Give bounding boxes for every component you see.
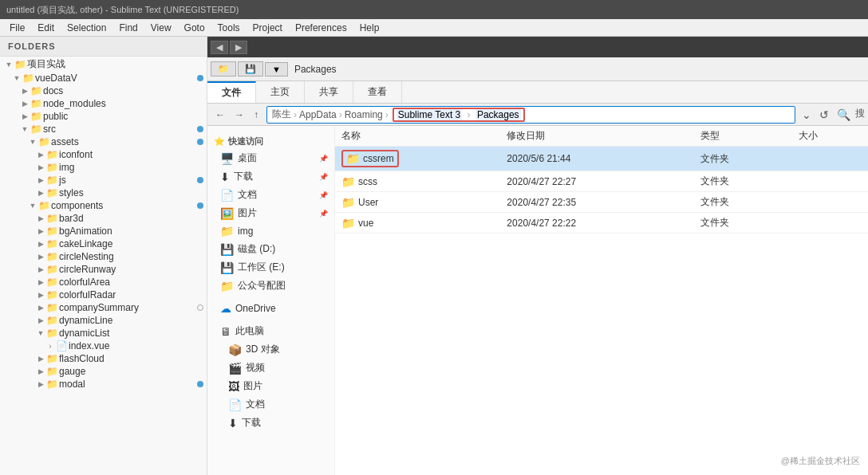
label-public: public [43, 111, 68, 122]
col-size[interactable]: 大小 [792, 126, 868, 147]
crumb-packages[interactable]: Packages [475, 109, 521, 120]
addr-back-btn[interactable]: ← [211, 107, 230, 123]
sidebar-item-src[interactable]: ▼ 📁 src [0, 123, 207, 135]
toolbar-save-btn[interactable]: 💾 [238, 61, 263, 77]
folder-icon-iconfont: 📁 [46, 149, 59, 160]
file-row-vue[interactable]: 📁 vue 2020/4/27 22:22 文件夹 [335, 213, 868, 234]
sidebar-item-dynamicList[interactable]: ▼ 📁 dynamicList [0, 327, 207, 340]
nav-img-folder[interactable]: 📁 img [207, 222, 334, 240]
sidebar-item-vuedatav[interactable]: ▼ 📁 vueDataV [0, 72, 207, 84]
arrow-public: ▶ [19, 112, 30, 120]
sidebar-item-cakeLinkage[interactable]: ▶ 📁 cakeLinkage [0, 238, 207, 250]
sidebar-item-iconfont[interactable]: ▶ 📁 iconfont [0, 148, 207, 161]
file-name-user: User [358, 197, 378, 208]
file-cell-cssrem-type: 文件夹 [694, 147, 792, 171]
dot-assets [197, 139, 203, 145]
ribbon-tab-share[interactable]: 共享 [305, 81, 353, 103]
addr-up-btn[interactable]: ↑ [249, 107, 263, 123]
sidebar-item-public[interactable]: ▶ 📁 public [0, 110, 207, 123]
sidebar-item-circleNesting[interactable]: ▶ 📁 circleNesting [0, 250, 207, 263]
nav-gzh[interactable]: 📁 公众号配图 [207, 277, 334, 295]
addr-forward-btn[interactable]: → [230, 107, 249, 123]
menu-help[interactable]: Help [353, 21, 386, 35]
nav-pictures[interactable]: 🖼️ 图片 📌 [207, 204, 334, 222]
menu-view[interactable]: View [144, 21, 178, 35]
sidebar-item-docs[interactable]: ▶ 📁 docs [0, 84, 207, 97]
menu-file[interactable]: File [3, 21, 31, 35]
sidebar-item-companySummary[interactable]: ▶ 📁 companySummary [0, 301, 207, 314]
sidebar-item-nodemodules[interactable]: ▶ 📁 node_modules [0, 97, 207, 110]
nav-3dobjects-label: 3D 对象 [246, 343, 280, 356]
nav-desktop[interactable]: 🖥️ 桌面 📌 [207, 149, 334, 167]
nav-thispc[interactable]: 🖥 此电脑 [207, 322, 334, 340]
menu-goto[interactable]: Goto [178, 21, 211, 35]
col-name[interactable]: 名称 [335, 126, 500, 147]
file-row-user[interactable]: 📁 User 2020/4/27 22:35 文件夹 [335, 192, 868, 213]
sidebar-item-img[interactable]: ▶ 📁 img [0, 161, 207, 174]
ribbon-tab-file[interactable]: 文件 [207, 81, 256, 103]
toolbar-arrow-btn[interactable]: ▼ [265, 62, 288, 77]
menu-preferences[interactable]: Preferences [289, 21, 353, 35]
menu-find[interactable]: Find [112, 21, 144, 35]
address-box[interactable]: 陈生 › AppData › Roaming › Sublime Text 3 … [266, 106, 795, 124]
file-table-header-row: 名称 修改日期 类型 大小 [335, 126, 868, 147]
folder-icon-colorfulRadar: 📁 [46, 289, 59, 300]
quick-access-header: ⭐ 快速访问 [207, 132, 334, 149]
nav-back-top[interactable]: ◀ [211, 41, 228, 54]
nav-3dobjects[interactable]: 📦 3D 对象 [207, 340, 334, 359]
sidebar-item-bar3d[interactable]: ▶ 📁 bar3d [0, 212, 207, 225]
sidebar-item-components[interactable]: ▼ 📁 components [0, 199, 207, 212]
file-row-scss[interactable]: 📁 scss 2020/4/27 22:27 文件夹 [335, 171, 868, 192]
label-circleNesting: circleNesting [59, 251, 114, 262]
menu-edit[interactable]: Edit [31, 21, 61, 35]
sidebar-item-gauge[interactable]: ▶ 📁 gauge [0, 365, 207, 378]
nav-forward-top[interactable]: ▶ [230, 41, 247, 54]
menu-selection[interactable]: Selection [61, 21, 112, 35]
sidebar-item-circleRunway[interactable]: ▶ 📁 circleRunway [0, 263, 207, 276]
nav-videos[interactable]: 🎬 视频 [207, 359, 334, 377]
menu-project[interactable]: Project [247, 21, 289, 35]
ribbon-tab-home[interactable]: 主页 [256, 81, 305, 103]
crumb-chensh[interactable]: 陈生 [272, 108, 291, 121]
sidebar-item-index-vue[interactable]: › 📄 index.vue [0, 340, 207, 352]
sidebar-item-colorfulArea[interactable]: ▶ 📁 colorfulArea [0, 276, 207, 289]
nav-downloads[interactable]: ⬇ 下载 📌 [207, 167, 334, 186]
file-row-cssrem[interactable]: 📁 cssrem 2020/5/6 21:44 文件夹 [335, 147, 868, 171]
label-components: components [51, 200, 103, 211]
ribbon-tab-view[interactable]: 查看 [353, 81, 402, 103]
explorer-top-bar: ◀ ▶ [207, 37, 868, 57]
nav-gzh-label: 公众号配图 [238, 279, 286, 292]
sidebar-item-dynamicLine[interactable]: ▶ 📁 dynamicLine [0, 314, 207, 327]
crumb-appdata[interactable]: AppData [299, 109, 337, 120]
nav-downloads2[interactable]: ⬇ 下载 [207, 414, 334, 432]
sidebar-item-styles[interactable]: ▶ 📁 styles [0, 186, 207, 199]
sidebar-item-assets[interactable]: ▼ 📁 assets [0, 135, 207, 148]
folder-icon-styles: 📁 [46, 187, 59, 198]
sidebar-item-xmsc[interactable]: ▼ 📁 项目实战 [0, 57, 207, 72]
addr-dropdown-btn[interactable]: ⌄ [799, 107, 815, 123]
sidebar-item-modal[interactable]: ▶ 📁 modal [0, 378, 207, 391]
toolbar-folder-btn[interactable]: 📁 [211, 61, 236, 77]
folder-icon-img: 📁 [46, 162, 59, 173]
nav-onedrive[interactable]: ☁ OneDrive [207, 300, 334, 317]
addr-refresh-btn[interactable]: ↺ [816, 107, 832, 123]
nav-documents2-label: 文档 [246, 398, 265, 411]
nav-disk-d[interactable]: 💾 磁盘 (D:) [207, 240, 334, 258]
addr-search-btn[interactable]: 🔍 [834, 107, 854, 123]
crumb-roaming[interactable]: Roaming [345, 109, 383, 120]
sidebar-item-bgAnimation[interactable]: ▶ 📁 bgAnimation [0, 225, 207, 238]
nav-workzone-e[interactable]: 💾 工作区 (E:) [207, 258, 334, 277]
col-type[interactable]: 类型 [694, 126, 792, 147]
menu-tools[interactable]: Tools [211, 21, 247, 35]
col-modified[interactable]: 修改日期 [500, 126, 694, 147]
sidebar-item-colorfulRadar[interactable]: ▶ 📁 colorfulRadar [0, 289, 207, 301]
nav-documents2[interactable]: 📄 文档 [207, 395, 334, 414]
nav-pictures2[interactable]: 🖼 图片 [207, 377, 334, 395]
arrow-companySummary: ▶ [35, 304, 46, 312]
sidebar-item-js[interactable]: ▶ 📁 js [0, 174, 207, 186]
sidebar-item-flashCloud[interactable]: ▶ 📁 flashCloud [0, 352, 207, 365]
folder-icon-gauge: 📁 [46, 366, 59, 377]
crumb-sublime[interactable]: Sublime Text 3 [397, 109, 463, 120]
arrow-circleNesting: ▶ [35, 253, 46, 261]
nav-documents[interactable]: 📄 文档 📌 [207, 186, 334, 204]
